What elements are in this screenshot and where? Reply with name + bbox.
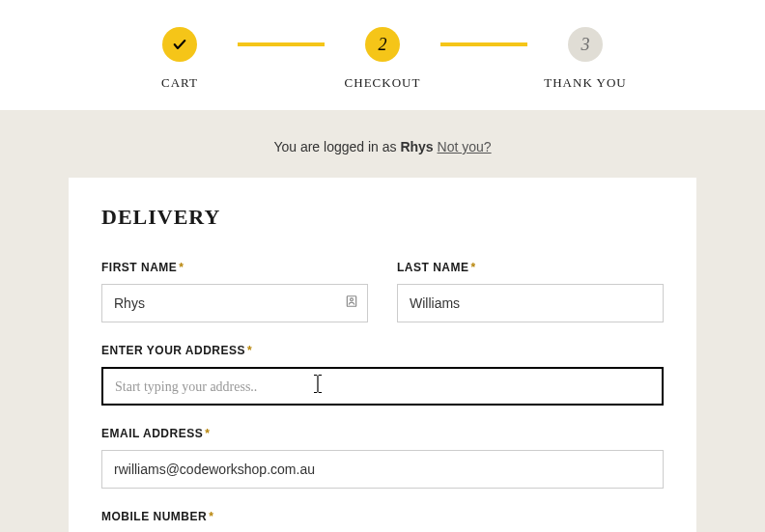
email-input[interactable] [101,450,664,489]
mobile-label: MOBILE NUMBER* [101,510,664,523]
mobile-group: MOBILE NUMBER* [101,510,664,532]
mobile-label-text: MOBILE NUMBER [101,510,207,523]
required-mark: * [247,344,252,357]
name-row: FIRST NAME* LAST NAME* [101,261,664,322]
page-background: You are logged in as Rhys Not you? DELIV… [0,110,765,532]
step-line [238,42,325,46]
last-name-label-text: LAST NAME [397,261,469,274]
step-line [440,42,527,46]
address-input[interactable] [101,367,664,406]
step-checkout-circle: 2 [365,27,400,62]
email-label: EMAIL ADDRESS* [101,427,664,440]
checkout-stepper: CART 2 CHECKOUT 3 THANK YOU [0,0,765,110]
address-label: ENTER YOUR ADDRESS* [101,344,664,357]
logged-in-status: You are logged in as Rhys Not you? [0,139,765,154]
address-row: ENTER YOUR ADDRESS* [101,344,664,406]
email-row: EMAIL ADDRESS* [101,427,664,489]
first-name-label: FIRST NAME* [101,261,368,274]
required-mark: * [209,510,213,523]
email-label-text: EMAIL ADDRESS [101,427,203,440]
delivery-card: DELIVERY FIRST NAME* LAST NAME* [69,178,696,532]
not-you-link[interactable]: Not you? [438,139,492,154]
address-input-wrap [101,367,664,406]
autofill-icon[interactable] [345,294,358,312]
step-thankyou: 3 THANK YOU [527,27,643,91]
first-name-label-text: FIRST NAME [101,261,177,274]
step-checkout[interactable]: 2 CHECKOUT [325,27,440,91]
last-name-label: LAST NAME* [397,261,664,274]
mobile-row: MOBILE NUMBER* [101,510,664,532]
required-mark: * [471,261,476,274]
step-cart-label: CART [161,75,198,91]
last-name-group: LAST NAME* [397,261,664,322]
logged-in-prefix: You are logged in as [273,139,400,154]
check-icon [172,37,187,52]
step-checkout-label: CHECKOUT [345,75,421,91]
required-mark: * [179,261,184,274]
address-group: ENTER YOUR ADDRESS* [101,344,664,406]
delivery-title: DELIVERY [101,205,664,230]
email-group: EMAIL ADDRESS* [101,427,664,489]
first-name-group: FIRST NAME* [101,261,368,322]
address-label-text: ENTER YOUR ADDRESS [101,344,245,357]
step-thankyou-circle: 3 [568,27,603,62]
first-name-input[interactable] [101,284,368,322]
step-thankyou-label: THANK YOU [544,75,626,91]
last-name-input[interactable] [397,284,664,322]
required-mark: * [205,427,210,440]
first-name-input-wrap [101,284,368,322]
svg-point-1 [351,298,354,301]
step-cart-circle [162,27,197,62]
logged-in-username: Rhys [400,139,433,154]
step-cart[interactable]: CART [122,27,238,91]
